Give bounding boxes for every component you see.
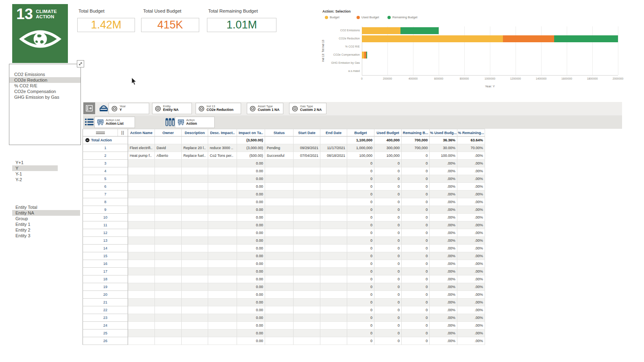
cell-status[interactable] <box>265 322 294 329</box>
cell-description[interactable] <box>182 329 208 337</box>
cell-start_date[interactable] <box>294 229 320 237</box>
col-header-owner[interactable]: Owner <box>155 129 182 137</box>
cell-status[interactable]: Successful <box>265 152 294 160</box>
cell-start_date[interactable] <box>294 260 320 268</box>
cell-description[interactable] <box>182 175 208 183</box>
cell-pct_used[interactable]: .00% <box>430 306 457 314</box>
cell-pct_used[interactable]: .00% <box>430 175 457 183</box>
cell-remaining[interactable]: 0 <box>402 314 430 322</box>
cell-action_name[interactable] <box>128 160 155 167</box>
cell-remaining[interactable]: 0 <box>402 221 430 229</box>
cell-impact[interactable]: 0.00 <box>237 306 265 314</box>
action-chip[interactable]: ActionAction <box>175 117 215 128</box>
cell-action_name[interactable] <box>128 291 155 299</box>
cell-description[interactable] <box>182 299 208 306</box>
cell-remaining[interactable]: 0 <box>402 322 430 329</box>
cell-description[interactable] <box>182 268 208 275</box>
cell-action_name[interactable] <box>128 306 155 314</box>
cell-used[interactable]: 0 <box>374 314 402 322</box>
cell-desc_impact[interactable] <box>208 314 237 322</box>
cell-pct_used[interactable]: .00% <box>430 268 457 275</box>
cell-impact[interactable]: 0.00 <box>237 252 265 260</box>
cell-pct_used[interactable]: .00% <box>430 167 457 175</box>
cell-pct_remaining[interactable]: .00% <box>457 237 485 245</box>
col-header-impact[interactable]: Impact on Ta.. <box>237 129 265 137</box>
bar-co2e-reduction-used-budget[interactable] <box>503 35 554 42</box>
cell-used[interactable]: 0 <box>374 237 402 245</box>
cell-end_date[interactable] <box>320 337 347 345</box>
filter-chip-entity[interactable]: EntityEntity NA <box>152 103 192 114</box>
cell-owner[interactable] <box>155 268 182 275</box>
cell-owner[interactable] <box>155 314 182 322</box>
cell-used[interactable]: 0 <box>374 275 402 283</box>
cell-budget[interactable]: 0 <box>347 229 374 237</box>
cell-action_name[interactable] <box>128 322 155 329</box>
cell-start_date[interactable] <box>294 237 320 245</box>
cell-action_name[interactable] <box>128 221 155 229</box>
cell-start_date[interactable] <box>294 252 320 260</box>
cell-end_date[interactable] <box>320 252 347 260</box>
cell-budget[interactable]: 0 <box>347 175 374 183</box>
col-header-end_date[interactable]: End Date <box>320 129 347 137</box>
cell-owner[interactable] <box>155 229 182 237</box>
indicator-item-co2e-reduction[interactable]: CO2e Reduction <box>9 77 80 83</box>
cell-used[interactable]: 0 <box>374 160 402 167</box>
cell-pct_used[interactable]: .00% <box>430 183 457 191</box>
row-number[interactable]: 11 <box>83 221 128 229</box>
cell-used[interactable]: 0 <box>374 329 402 337</box>
total-cell-desc_impact[interactable] <box>208 137 237 144</box>
cell-pct_remaining[interactable]: 70.00% <box>457 144 485 152</box>
cell-pct_used[interactable]: .00% <box>430 283 457 291</box>
cell-start_date[interactable] <box>294 206 320 214</box>
cell-description[interactable] <box>182 214 208 221</box>
entity-item-entity-na[interactable]: Entity NA <box>12 210 80 216</box>
cell-budget[interactable]: 0 <box>347 191 374 198</box>
cell-used[interactable]: 0 <box>374 198 402 206</box>
cell-budget[interactable]: 0 <box>347 268 374 275</box>
cell-remaining[interactable]: 0 <box>402 152 430 160</box>
cell-impact[interactable]: (500.00) <box>237 152 265 160</box>
cell-pct_remaining[interactable]: .00% <box>457 198 485 206</box>
cell-budget[interactable]: 0 <box>347 337 374 345</box>
cell-end_date[interactable] <box>320 245 347 252</box>
cell-pct_remaining[interactable]: .00% <box>457 183 485 191</box>
cell-budget[interactable]: 0 <box>347 306 374 314</box>
cell-end_date[interactable] <box>320 198 347 206</box>
cell-description[interactable] <box>182 275 208 283</box>
cell-end_date[interactable] <box>320 260 347 268</box>
cell-owner[interactable] <box>155 160 182 167</box>
cell-description[interactable] <box>182 245 208 252</box>
cell-used[interactable]: 0 <box>374 322 402 329</box>
cell-pct_used[interactable]: .00% <box>430 275 457 283</box>
cell-pct_used[interactable]: .00% <box>430 322 457 329</box>
cell-budget[interactable]: 0 <box>347 237 374 245</box>
cell-used[interactable]: 0 <box>374 229 402 237</box>
cell-impact[interactable]: 0.00 <box>237 275 265 283</box>
cell-used[interactable]: 0 <box>374 214 402 221</box>
row-number[interactable]: 10 <box>83 214 128 221</box>
cell-status[interactable] <box>265 268 294 275</box>
cell-owner[interactable] <box>155 275 182 283</box>
cell-impact[interactable]: 0.00 <box>237 245 265 252</box>
indicator-item-ghg-emission-by-gas[interactable]: GHG Emission by Gas <box>9 94 80 100</box>
cell-action_name[interactable] <box>128 275 155 283</box>
cell-remaining[interactable]: 0 <box>402 306 430 314</box>
cell-budget[interactable]: 0 <box>347 198 374 206</box>
cell-action_name[interactable] <box>128 175 155 183</box>
cell-pct_used[interactable]: 100.00% <box>430 152 457 160</box>
cell-action_name[interactable] <box>128 283 155 291</box>
pipes-zone[interactable]: || <box>117 129 128 136</box>
cell-pct_remaining[interactable]: .00% <box>457 275 485 283</box>
cell-end_date[interactable] <box>320 306 347 314</box>
cell-desc_impact[interactable] <box>208 291 237 299</box>
cell-action_name[interactable] <box>128 167 155 175</box>
row-number[interactable]: 7 <box>83 191 128 198</box>
cell-end_date[interactable] <box>320 175 347 183</box>
bar-co2-emissions-remaining-budget[interactable] <box>400 27 439 34</box>
cell-end_date[interactable] <box>320 299 347 306</box>
cell-budget[interactable]: 1,000,000 <box>347 144 374 152</box>
cell-description[interactable] <box>182 260 208 268</box>
cell-status[interactable] <box>265 299 294 306</box>
cell-budget[interactable]: 0 <box>347 283 374 291</box>
cell-pct_used[interactable]: .00% <box>430 237 457 245</box>
